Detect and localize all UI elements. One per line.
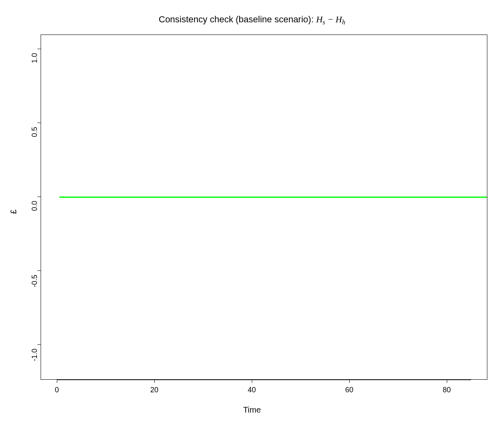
y-tick-label: 1.0 <box>30 53 39 63</box>
title-var2: H <box>335 14 342 24</box>
x-tick-label: 0 <box>55 386 59 394</box>
y-tick-label: 0.0 <box>30 201 39 211</box>
x-tick <box>154 380 155 383</box>
x-tick <box>57 380 57 383</box>
title-prefix: Consistency check (baseline scenario): <box>159 14 316 24</box>
y-tick <box>37 344 41 345</box>
x-tick-label: 20 <box>150 386 158 394</box>
x-tick <box>349 380 350 383</box>
data-line-series1 <box>59 197 487 198</box>
title-sub2: h <box>342 19 345 26</box>
y-tick-label: -1.0 <box>30 349 39 361</box>
y-axis-title: £ <box>9 210 18 214</box>
plot-area <box>41 35 487 380</box>
y-tick-label: 0.5 <box>30 127 39 137</box>
y-tick <box>37 123 41 123</box>
chart-title: Consistency check (baseline scenario): H… <box>0 14 504 26</box>
x-tick <box>252 380 252 383</box>
x-tick-label: 60 <box>345 386 353 394</box>
x-axis-title: Time <box>0 405 504 415</box>
title-minus: − <box>325 14 336 24</box>
x-tick <box>447 380 447 383</box>
y-tick <box>37 49 41 49</box>
y-tick <box>37 270 41 271</box>
title-var1: H <box>316 14 322 24</box>
y-tick-label: -0.5 <box>30 275 39 288</box>
y-axis-line <box>41 49 41 365</box>
x-axis-line <box>57 380 471 380</box>
chart-container: Consistency check (baseline scenario): H… <box>0 0 504 426</box>
x-tick-label: 40 <box>248 386 256 394</box>
x-tick-label: 80 <box>443 386 451 394</box>
y-tick <box>37 197 41 197</box>
